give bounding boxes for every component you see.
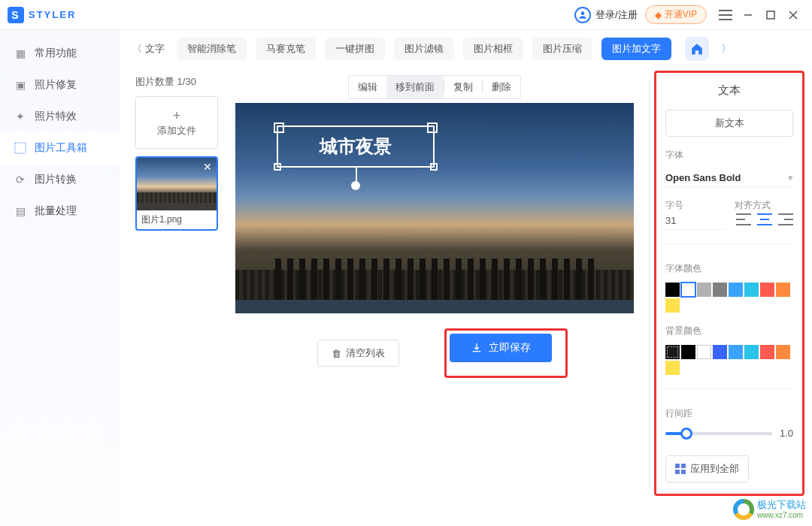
- font-select[interactable]: Open Sans Bold ▾: [665, 169, 793, 187]
- sparkle-icon: ✦: [14, 110, 27, 123]
- home-button[interactable]: [685, 37, 709, 61]
- rotate-handle[interactable]: [351, 181, 360, 190]
- bg-color-swatches: [665, 345, 793, 375]
- size-label: 字号: [665, 199, 724, 212]
- ctx-copy[interactable]: 复制: [444, 76, 482, 98]
- sidebar-item-convert[interactable]: ⟳图片转换: [0, 164, 120, 195]
- close-button[interactable]: [782, 4, 804, 26]
- chip-filter[interactable]: 图片滤镜: [394, 38, 454, 60]
- sidebar-item-common[interactable]: ▦常用功能: [0, 38, 120, 69]
- chip-collage[interactable]: 一键拼图: [325, 38, 385, 60]
- file-list: 图片数量 1/30 + 添加文件 ✕ 图片1.png: [120, 68, 226, 526]
- font-color-swatch[interactable]: [729, 283, 743, 297]
- thumbnail-item[interactable]: ✕ 图片1.png: [135, 156, 218, 231]
- font-color-swatch[interactable]: [697, 283, 711, 297]
- app-name: STYLER: [29, 9, 76, 20]
- thumbnail-remove[interactable]: ✕: [201, 161, 214, 173]
- text-box-value: 城市夜景: [320, 135, 392, 159]
- font-color-swatch[interactable]: [665, 298, 680, 313]
- grid-icon: [675, 464, 686, 474]
- save-highlight: 立即保存: [444, 328, 568, 378]
- download-icon: [471, 342, 483, 354]
- minimize-icon: [743, 10, 753, 20]
- divider: [665, 243, 793, 244]
- resize-handle-bl[interactable]: [274, 163, 281, 171]
- save-button[interactable]: 立即保存: [450, 334, 552, 362]
- back-button[interactable]: 〈文字: [129, 39, 168, 59]
- font-color-swatch[interactable]: [760, 283, 774, 297]
- bg-color-swatch[interactable]: [729, 345, 743, 359]
- font-color-swatch[interactable]: [681, 283, 695, 297]
- font-value: Open Sans Bold: [665, 172, 741, 183]
- logo-badge: S: [8, 7, 24, 23]
- align-center-button[interactable]: [757, 213, 772, 225]
- chip-mosaic[interactable]: 马赛克笔: [256, 38, 316, 60]
- bg-color-swatch[interactable]: [697, 345, 711, 359]
- divider: [665, 388, 793, 389]
- font-label: 字体: [665, 149, 793, 162]
- font-color-swatch[interactable]: [665, 283, 680, 297]
- bg-color-swatch[interactable]: [713, 345, 727, 359]
- chevron-right-icon[interactable]: 〉: [721, 42, 732, 56]
- line-spacing-label: 行间距: [665, 407, 793, 420]
- apply-all-button[interactable]: 应用到全部: [665, 455, 749, 482]
- login-label: 登录/注册: [595, 8, 638, 22]
- text-box[interactable]: 城市夜景: [277, 125, 435, 168]
- watermark: 极光下载站 www.xz7.com: [733, 499, 806, 520]
- svg-rect-2: [767, 11, 774, 19]
- clear-list-button[interactable]: 🗑 清空列表: [317, 340, 399, 367]
- bg-color-swatch[interactable]: [665, 345, 680, 359]
- ctx-edit[interactable]: 编辑: [349, 76, 386, 98]
- bg-color-swatch[interactable]: [665, 361, 680, 375]
- minimize-button[interactable]: [737, 4, 759, 26]
- repair-icon: ▣: [14, 78, 27, 92]
- login-link[interactable]: 登录/注册: [574, 7, 638, 23]
- sidebar-item-repair[interactable]: ▣照片修复: [0, 69, 120, 101]
- slider-knob[interactable]: [680, 428, 692, 440]
- maximize-button[interactable]: [759, 4, 782, 26]
- align-label: 对齐方式: [735, 199, 793, 212]
- bg-color-swatch[interactable]: [760, 345, 774, 359]
- font-color-swatch[interactable]: [744, 283, 759, 297]
- bg-color-swatch[interactable]: [776, 345, 790, 359]
- chevron-down-icon: ▾: [788, 172, 793, 183]
- panel-title: 文本: [665, 83, 793, 98]
- app-logo: S STYLER: [8, 7, 76, 23]
- image-stage[interactable]: 城市夜景: [235, 103, 634, 313]
- menu-button[interactable]: [714, 4, 737, 26]
- vip-button[interactable]: ◆ 开通VIP: [645, 5, 707, 24]
- font-color-swatch[interactable]: [776, 283, 790, 297]
- bg-color-swatch[interactable]: [744, 345, 759, 359]
- ctx-delete[interactable]: 删除: [483, 76, 520, 98]
- align-left-button[interactable]: [736, 213, 751, 225]
- sidebar-item-label: 图片转换: [35, 173, 77, 186]
- sidebar-item-label: 图片工具箱: [35, 141, 87, 155]
- line-spacing-slider[interactable]: [665, 432, 772, 435]
- font-color-swatch[interactable]: [713, 283, 727, 297]
- batch-icon: ▤: [14, 204, 27, 218]
- svg-point-0: [581, 11, 585, 15]
- chip-eraser[interactable]: 智能消除笔: [177, 38, 247, 60]
- chevron-left-icon: 〈: [132, 42, 142, 56]
- home-icon: [690, 42, 704, 56]
- chip-frame[interactable]: 图片相框: [463, 38, 523, 60]
- chip-addtext[interactable]: 图片加文字: [601, 38, 671, 60]
- resize-handle-br[interactable]: [430, 163, 438, 171]
- file-count: 图片数量 1/30: [135, 75, 226, 89]
- close-icon: [788, 10, 798, 20]
- bg-color-swatch[interactable]: [681, 345, 695, 359]
- chip-compress[interactable]: 图片压缩: [532, 38, 592, 60]
- sidebar-item-toolbox[interactable]: 图片工具箱: [0, 132, 120, 164]
- convert-icon: ⟳: [14, 173, 27, 186]
- sidebar-item-effects[interactable]: ✦照片特效: [0, 101, 120, 132]
- maximize-icon: [765, 10, 776, 20]
- sidebar-item-batch[interactable]: ▤批量处理: [0, 195, 120, 227]
- size-input[interactable]: 31: [665, 212, 724, 230]
- watermark-logo-icon: [733, 499, 754, 520]
- save-label: 立即保存: [489, 341, 531, 355]
- ctx-front[interactable]: 移到前面: [386, 76, 444, 98]
- watermark-cn: 极光下载站: [757, 500, 806, 510]
- align-right-button[interactable]: [778, 213, 793, 225]
- add-file-tile[interactable]: + 添加文件: [135, 96, 218, 149]
- new-text-button[interactable]: 新文本: [665, 110, 793, 137]
